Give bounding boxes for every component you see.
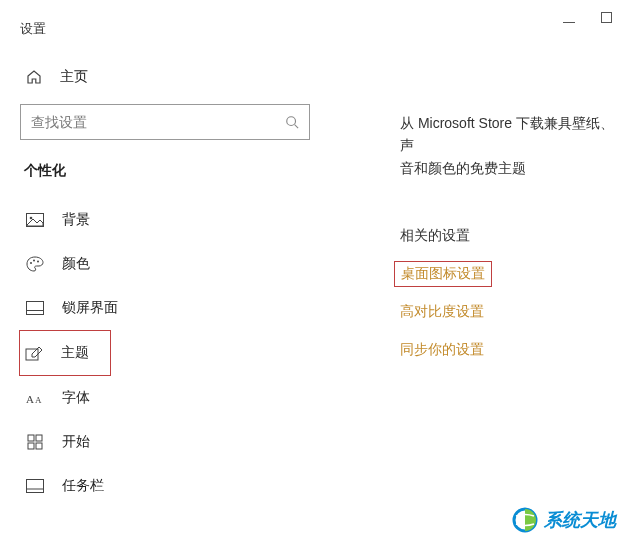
- link-desktop-icon-settings[interactable]: 桌面图标设置: [394, 261, 492, 287]
- sidebar-item-label: 颜色: [62, 255, 90, 273]
- home-icon: [26, 69, 44, 85]
- start-icon: [26, 433, 44, 451]
- watermark-text: 系统天地: [544, 508, 616, 532]
- taskbar-icon: [26, 477, 44, 495]
- sidebar-item-lockscreen[interactable]: 锁屏界面: [20, 286, 320, 330]
- settings-sidebar: 主页 个性化 背景 颜色 锁屏界面: [20, 60, 320, 508]
- theme-icon: [25, 344, 43, 362]
- sidebar-item-label: 主题: [61, 344, 89, 362]
- svg-text:A: A: [26, 393, 34, 405]
- sidebar-item-taskbar[interactable]: 任务栏: [20, 464, 320, 508]
- sidebar-item-label: 开始: [62, 433, 90, 451]
- svg-rect-8: [27, 311, 44, 315]
- sidebar-item-themes[interactable]: 主题: [19, 330, 111, 376]
- home-label: 主页: [60, 68, 88, 86]
- svg-text:A: A: [35, 395, 42, 405]
- svg-point-5: [33, 260, 35, 262]
- sidebar-item-start[interactable]: 开始: [20, 420, 320, 464]
- window-controls: [563, 12, 612, 25]
- svg-rect-15: [36, 443, 42, 449]
- sidebar-item-colors[interactable]: 颜色: [20, 242, 320, 286]
- promo-line: 从 Microsoft Store 下载兼具壁纸、声: [400, 115, 614, 153]
- main-panel: 从 Microsoft Store 下载兼具壁纸、声 音和颜色的免费主题 相关的…: [400, 112, 620, 379]
- lockscreen-icon: [26, 299, 44, 317]
- sidebar-item-background[interactable]: 背景: [20, 198, 320, 242]
- search-box[interactable]: [20, 104, 310, 140]
- related-heading: 相关的设置: [400, 227, 620, 245]
- watermark: 系统天地: [512, 507, 616, 533]
- category-title: 个性化: [20, 162, 320, 180]
- search-input[interactable]: [31, 114, 285, 130]
- globe-icon: [512, 507, 538, 533]
- svg-rect-16: [27, 480, 44, 493]
- svg-point-6: [37, 261, 39, 263]
- svg-rect-14: [28, 443, 34, 449]
- svg-rect-17: [27, 489, 44, 493]
- sidebar-item-fonts[interactable]: AA 字体: [20, 376, 320, 420]
- link-sync-settings[interactable]: 同步你的设置: [400, 341, 620, 359]
- link-high-contrast[interactable]: 高对比度设置: [400, 303, 620, 321]
- sidebar-item-label: 字体: [62, 389, 90, 407]
- svg-point-4: [30, 262, 32, 264]
- store-promo: 从 Microsoft Store 下载兼具壁纸、声 音和颜色的免费主题: [400, 112, 620, 179]
- maximize-button[interactable]: [601, 12, 612, 25]
- sidebar-item-label: 锁屏界面: [62, 299, 118, 317]
- promo-line: 音和颜色的免费主题: [400, 160, 526, 176]
- home-nav[interactable]: 主页: [20, 60, 320, 104]
- svg-point-3: [30, 217, 33, 220]
- svg-rect-7: [27, 302, 44, 315]
- font-icon: AA: [26, 389, 44, 407]
- svg-rect-2: [27, 214, 44, 227]
- palette-icon: [26, 255, 44, 273]
- svg-point-0: [287, 117, 296, 126]
- picture-icon: [26, 211, 44, 229]
- sidebar-item-label: 背景: [62, 211, 90, 229]
- svg-line-1: [295, 125, 299, 129]
- sidebar-item-label: 任务栏: [62, 477, 104, 495]
- svg-rect-13: [36, 435, 42, 441]
- app-title: 设置: [20, 20, 46, 38]
- nav-list: 背景 颜色 锁屏界面 主题 AA 字体: [20, 198, 320, 508]
- minimize-button[interactable]: [563, 12, 575, 25]
- search-icon: [285, 115, 299, 129]
- svg-rect-12: [28, 435, 34, 441]
